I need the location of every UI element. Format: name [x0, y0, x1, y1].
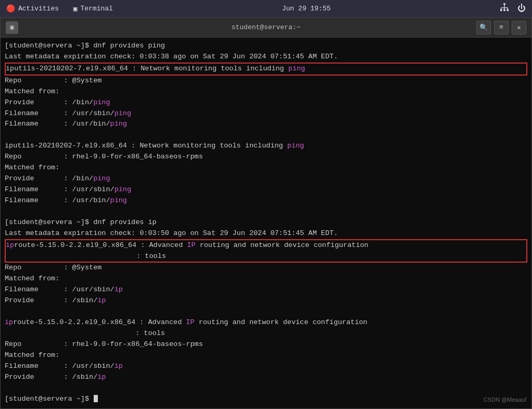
- line-13: Filename : /usr/sbin/ping: [5, 184, 527, 195]
- line-29: [student@servera ~]$: [5, 394, 527, 405]
- line-16: Last metadata expiration check: 0:03:50 …: [5, 228, 527, 239]
- line-empty-4: [5, 383, 527, 394]
- activities-icon: 🔴: [6, 4, 15, 13]
- search-button[interactable]: 🔍: [476, 21, 491, 34]
- highlight-box-1: iputils-20210202-7.el9.x86_64 : Network …: [5, 63, 527, 76]
- line-7: Filename : /usr/sbin/ping: [5, 108, 527, 119]
- highlight-box-2: iproute-5.15.0-2.2.el9_0.x86_64 : Advanc…: [5, 239, 527, 263]
- terminal-content[interactable]: [student@servera ~]$ dnf provides ping L…: [1, 38, 531, 408]
- line-10: Repo : rhel-9.0-for-x86_64-baseos-rpms: [5, 152, 527, 163]
- network-icon: [500, 3, 509, 15]
- system-bar: 🔴 Activities ▣ Terminal Jun 29 19:55 ⏻: [0, 0, 532, 17]
- svg-rect-2: [503, 9, 505, 11]
- terminal-window: ▣ student@servera:~ 🔍 ≡ ✕ [student@serve…: [0, 17, 532, 409]
- line-2: Last metadata expiration check: 0:03:38 …: [5, 52, 527, 63]
- line-8: Filename : /usr/bin/ping: [5, 119, 527, 130]
- line-23: iproute-5.15.0-2.2.el9_0.x86_64 : Advanc…: [5, 317, 527, 328]
- line-6: Provide : /bin/ping: [5, 97, 527, 108]
- line-15: [student@servera ~]$ dnf provides ip: [5, 217, 527, 228]
- line-4: Repo : @System: [5, 76, 527, 86]
- svg-rect-1: [500, 9, 502, 11]
- line-11: Matched from:: [5, 163, 527, 173]
- line-25: Repo : rhel-9.0-for-x86_64-baseos-rpms: [5, 339, 527, 350]
- line-20: Matched from:: [5, 274, 527, 284]
- svg-rect-3: [507, 9, 509, 11]
- line-9: iputils-20210202-7.el9.x86_64 : Network …: [5, 141, 527, 152]
- line-26: Matched from:: [5, 350, 527, 361]
- power-icon[interactable]: ⏻: [517, 4, 526, 14]
- line-22: Provide : /sbin/ip: [5, 295, 527, 306]
- titlebar-left: ▣: [6, 21, 18, 34]
- system-bar-left: 🔴 Activities ▣ Terminal: [6, 4, 113, 13]
- line-21: Filename : /usr/sbin/ip: [5, 284, 527, 295]
- terminal-label[interactable]: Terminal: [80, 5, 112, 13]
- line-17: iproute-5.15.0-2.2.el9_0.x86_64 : Advanc…: [6, 240, 526, 251]
- line-18: : tools: [6, 251, 526, 262]
- line-24: : tools: [5, 328, 527, 339]
- line-12: Provide : /bin/ping: [5, 173, 527, 184]
- menu-button[interactable]: ≡: [494, 21, 509, 34]
- system-bar-datetime: Jun 29 19:55: [282, 5, 331, 13]
- watermark: CSDN @Meaauf: [484, 395, 526, 404]
- line-1: [student@servera ~]$ dnf provides ping: [5, 41, 527, 52]
- line-empty-2: [5, 206, 527, 217]
- line-5: Matched from:: [5, 86, 527, 97]
- titlebar-right[interactable]: 🔍 ≡ ✕: [476, 21, 526, 34]
- line-28: Provide : /sbin/ip: [5, 372, 527, 383]
- terminal-icon-box: ▣: [6, 21, 18, 34]
- titlebar-title: student@servera:~: [232, 23, 301, 31]
- terminal-titlebar: ▣ student@servera:~ 🔍 ≡ ✕: [1, 18, 531, 38]
- close-button[interactable]: ✕: [512, 21, 526, 34]
- svg-rect-0: [503, 3, 505, 5]
- system-bar-right: ⏻: [500, 3, 526, 15]
- line-27: Filename : /usr/sbin/ip: [5, 361, 527, 372]
- terminal-icon-small: ▣: [73, 5, 78, 13]
- line-empty-3: [5, 306, 527, 317]
- line-empty-1: [5, 130, 527, 141]
- line-14: Filename : /usr/bin/ping: [5, 195, 527, 206]
- line-19: Repo : @System: [5, 263, 527, 274]
- line-3: iputils-20210202-7.el9.x86_64 : Network …: [6, 64, 526, 75]
- activities-label[interactable]: Activities: [18, 5, 59, 13]
